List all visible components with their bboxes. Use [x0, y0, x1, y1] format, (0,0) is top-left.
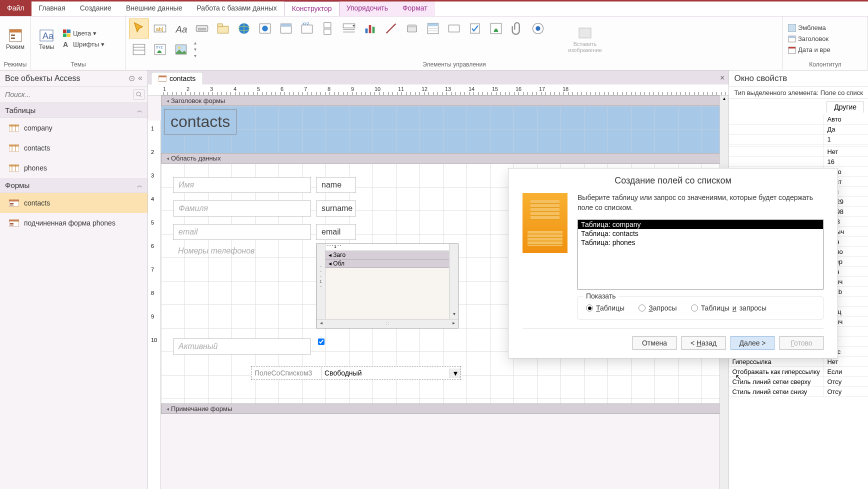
- property-row[interactable]: Нет: [729, 147, 868, 157]
- property-row[interactable]: Стиль линий сетки снизуОтсу: [729, 387, 868, 397]
- property-row[interactable]: Авто: [729, 114, 868, 124]
- ctrl-line[interactable]: [381, 18, 401, 38]
- tab-dbtools[interactable]: Работа с базами данных: [190, 2, 284, 16]
- field-name[interactable]: name: [316, 177, 356, 193]
- ctrl-toggle[interactable]: [402, 18, 422, 38]
- property-row[interactable]: 1: [729, 134, 868, 144]
- svg-rect-16: [218, 26, 228, 33]
- form-title-label[interactable]: contacts: [164, 109, 236, 134]
- logo-button[interactable]: Эмблема: [786, 23, 832, 33]
- ctrl-combobox[interactable]: [339, 18, 359, 38]
- nav-form-contacts[interactable]: contacts: [0, 193, 148, 213]
- ctrl-unboundobj[interactable]: [486, 18, 506, 38]
- tab-home[interactable]: Главная: [32, 2, 72, 16]
- tab-external[interactable]: Внешние данные: [119, 2, 190, 16]
- checkbox-active[interactable]: [318, 338, 324, 345]
- chevron-down-icon[interactable]: ▾: [450, 368, 460, 378]
- ctrl-button[interactable]: xxxx: [192, 18, 212, 38]
- wizard-back-button[interactable]: < Назад: [682, 336, 726, 350]
- close-document-icon[interactable]: ×: [716, 72, 728, 84]
- radio-tables[interactable]: Таблицы: [586, 304, 624, 312]
- label-active[interactable]: Активный: [173, 338, 311, 354]
- gallery-more-icon[interactable]: ▾: [194, 53, 196, 58]
- radio-both[interactable]: Таблицы и запросы: [691, 304, 766, 312]
- ctrl-subform[interactable]: [129, 40, 149, 60]
- ctrl-select[interactable]: [129, 18, 149, 38]
- tab-create[interactable]: Создание: [73, 2, 119, 16]
- subform-phones[interactable]: ---1- ' ' ' 1 ' ' ◂ Заго ◂ Обл ▾ ◂∷▸: [316, 244, 458, 328]
- wizard-list-item[interactable]: Таблица: phones: [578, 238, 823, 247]
- nav-search-input[interactable]: [3, 88, 134, 100]
- table-icon: [9, 124, 19, 132]
- themes-button[interactable]: Aa Темы: [34, 19, 59, 59]
- wizard-next-button[interactable]: Далее >: [730, 336, 774, 350]
- radio-queries[interactable]: Запросы: [638, 304, 676, 312]
- colors-button[interactable]: Цвета ▾: [61, 28, 106, 38]
- section-form-header[interactable]: Заголовок формы: [161, 96, 728, 106]
- label-phones[interactable]: Номеры телефонов: [173, 244, 311, 258]
- document-tab-contacts[interactable]: contacts: [151, 72, 203, 84]
- property-row[interactable]: Стиль линий сетки сверхуОтсу: [729, 377, 868, 387]
- insert-image-button[interactable]: Вставить изображение: [561, 19, 609, 59]
- property-row[interactable]: 16: [729, 157, 868, 167]
- tab-arrange[interactable]: Упорядочить: [340, 2, 396, 16]
- subform-scrollbar-h[interactable]: ◂∷▸: [316, 319, 458, 328]
- property-tab-other[interactable]: Другие: [826, 101, 864, 112]
- title-button[interactable]: Заголовок: [786, 34, 832, 44]
- label-email[interactable]: email: [173, 224, 311, 240]
- section-form-footer[interactable]: Примечание формы: [161, 404, 728, 414]
- ctrl-chart[interactable]: [360, 18, 380, 38]
- svg-rect-27: [324, 29, 331, 34]
- nav-header-title[interactable]: Все объекты Access: [5, 74, 80, 83]
- wizard-list-item[interactable]: Таблица: company: [578, 220, 823, 229]
- ctrl-textbox[interactable]: ab|: [150, 18, 170, 38]
- nav-table-contacts[interactable]: contacts: [0, 138, 148, 158]
- nav-dropdown-icon[interactable]: ⊙: [128, 74, 135, 83]
- ctrl-webbrowser[interactable]: [255, 18, 275, 38]
- nav-table-company[interactable]: company: [0, 118, 148, 138]
- datetime-button[interactable]: Дата и вре: [786, 45, 832, 55]
- property-row[interactable]: Да: [729, 124, 868, 134]
- ctrl-checkbox[interactable]: [465, 18, 485, 38]
- gallery-up-icon[interactable]: ▴: [194, 40, 196, 46]
- search-icon[interactable]: [134, 89, 144, 100]
- ctrl-label[interactable]: Aa: [171, 18, 191, 38]
- label-name[interactable]: Имя: [173, 177, 311, 193]
- label-surname[interactable]: Фамиля: [173, 200, 311, 216]
- svg-rect-1: [10, 30, 22, 32]
- ctrl-rectangle[interactable]: [444, 18, 464, 38]
- svg-rect-54: [788, 24, 796, 32]
- ctrl-optionbutton[interactable]: [528, 18, 548, 38]
- tab-design[interactable]: Конструктор: [284, 2, 340, 16]
- gallery-down-icon[interactable]: ▾: [194, 46, 196, 52]
- combobox-placeholder[interactable]: ПолеСоСписком3 Свободный ▾: [251, 366, 461, 380]
- section-detail[interactable]: Область данных: [161, 153, 728, 164]
- ctrl-attachment[interactable]: [507, 18, 527, 38]
- fonts-button[interactable]: A Шрифты ▾: [61, 40, 106, 50]
- view-mode-button[interactable]: Режим: [3, 19, 28, 59]
- ctrl-listbox[interactable]: [423, 18, 443, 38]
- nav-form-subphones[interactable]: подчиненная форма phones: [0, 213, 148, 233]
- ctrl-pagebreak[interactable]: [318, 18, 338, 38]
- wizard-list-item[interactable]: Таблица: contacts: [578, 229, 823, 238]
- wizard-source-list[interactable]: Таблица: companyТаблица: contactsТаблица…: [578, 220, 824, 290]
- nav-group-tables[interactable]: Таблицы ︽: [0, 103, 148, 118]
- nav-group-forms[interactable]: Формы ︽: [0, 178, 148, 193]
- wizard-cancel-button[interactable]: Отмена: [632, 336, 676, 350]
- ctrl-image[interactable]: [171, 40, 191, 60]
- field-email[interactable]: email: [316, 224, 356, 240]
- ctrl-boundobj[interactable]: XYZ: [150, 40, 170, 60]
- nav-collapse-icon[interactable]: «: [138, 74, 142, 83]
- subform-scrollbar-v[interactable]: ▾: [449, 244, 458, 319]
- property-row[interactable]: Отображать как гиперссылкуЕсли: [729, 367, 868, 377]
- field-surname[interactable]: surname: [316, 200, 356, 216]
- ctrl-optiongroup[interactable]: XYZ: [297, 18, 317, 38]
- tab-format[interactable]: Формат: [396, 2, 435, 16]
- nav-table-phones[interactable]: phones: [0, 158, 148, 178]
- ctrl-hyperlink[interactable]: [234, 18, 254, 38]
- group-label-themes: Темы: [34, 60, 122, 69]
- ctrl-navigation[interactable]: [276, 18, 296, 38]
- tab-file[interactable]: Файл: [0, 2, 32, 16]
- insert-image-icon: [577, 25, 593, 41]
- ctrl-tab[interactable]: [213, 18, 233, 38]
